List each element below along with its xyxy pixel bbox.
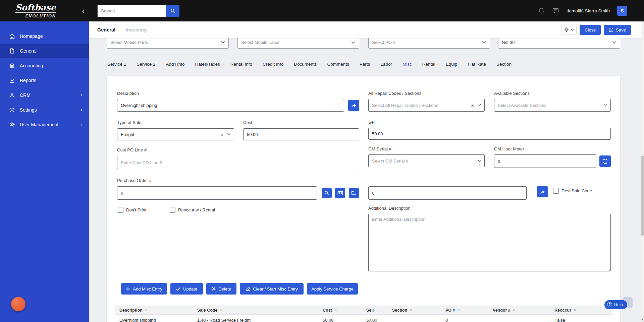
- col-header-vendor[interactable]: Vendor #↑↓: [488, 308, 550, 313]
- gm-serial-select[interactable]: Select GM Serial #: [368, 154, 485, 167]
- chat-beacon-button[interactable]: [11, 297, 25, 311]
- sort-icon[interactable]: ↑↓: [145, 308, 147, 312]
- secondary-po-input[interactable]: [368, 186, 527, 200]
- sell-input[interactable]: [368, 128, 611, 140]
- chevron-right-icon: [79, 108, 84, 112]
- sidebar-item-crm[interactable]: CRM: [0, 88, 89, 103]
- main-content: Select Mobile Parts Select Mobile Labor …: [89, 21, 644, 322]
- sidebar-item-user-management[interactable]: User Management: [0, 117, 89, 132]
- sidebar-item-general[interactable]: General: [0, 44, 89, 58]
- sidebar-collapse-icon[interactable]: ‹: [82, 6, 85, 15]
- col-label: Sell: [366, 308, 374, 313]
- purchase-order-input[interactable]: [117, 186, 317, 200]
- checkbox-box[interactable]: [170, 207, 175, 213]
- forward-po-button[interactable]: [537, 186, 548, 197]
- refresh-hour-meter-button[interactable]: [599, 155, 611, 167]
- type-of-sale-select[interactable]: Freight ×: [117, 128, 234, 140]
- table-row[interactable]: Overnight shipping 1.40 - Road Service F…: [115, 315, 612, 322]
- tab-invoicing[interactable]: Invoicing: [125, 27, 147, 33]
- tab-credit-info[interactable]: Credit Info: [263, 62, 283, 70]
- delete-button[interactable]: Delete: [206, 283, 236, 295]
- contact-card-icon: [337, 190, 343, 196]
- tab-comments[interactable]: Comments: [327, 62, 349, 70]
- col-header-sell[interactable]: Sell↑↓: [362, 308, 387, 313]
- add-misc-entry-button[interactable]: Add Misc Entry: [121, 283, 167, 295]
- search-button[interactable]: [166, 5, 179, 17]
- tab-flat-rate[interactable]: Flat Rate: [468, 62, 486, 70]
- tab-parts[interactable]: Parts: [360, 62, 370, 70]
- notifications-bell-icon[interactable]: [538, 7, 545, 14]
- col-header-po[interactable]: PO #↑↓: [441, 308, 488, 313]
- settings-dropdown-button[interactable]: [561, 25, 577, 35]
- tab-general[interactable]: General: [97, 27, 115, 33]
- col-header-section[interactable]: Section↑↓: [387, 308, 441, 313]
- gm-hour-meter-label: GM Hour Meter: [494, 146, 524, 151]
- sort-icon[interactable]: ↑↓: [334, 308, 336, 312]
- tab-section[interactable]: Section: [496, 62, 512, 70]
- checkbox-box[interactable]: [553, 188, 559, 194]
- sort-icon[interactable]: ↑↓: [376, 308, 378, 312]
- tab-rental-info[interactable]: Rental Info: [230, 62, 252, 70]
- apply-service-charge-button[interactable]: Apply Service Charge: [307, 283, 358, 295]
- dont-print-checkbox[interactable]: Don't Print: [118, 207, 146, 213]
- col-header-description[interactable]: Description↑↓: [115, 308, 193, 313]
- forward-description-button[interactable]: [348, 100, 359, 111]
- tab-equip[interactable]: Equip: [446, 62, 458, 70]
- help-button[interactable]: ? Help: [604, 300, 627, 309]
- cust-po-line-input[interactable]: [117, 156, 359, 169]
- col-header-cost[interactable]: Cost↑↓: [318, 308, 362, 313]
- col-header-sale-code[interactable]: Sale Code↑↓: [193, 308, 318, 313]
- col-header-reoccur[interactable]: Reoccur↑↓: [550, 308, 612, 313]
- sort-icon[interactable]: ↑↓: [458, 308, 460, 312]
- po-search-button[interactable]: [322, 188, 332, 198]
- save-button[interactable]: Save: [604, 25, 631, 35]
- tab-rates-taxes[interactable]: Rates/Taxes: [195, 62, 220, 70]
- sort-icon[interactable]: ↑↓: [220, 308, 222, 312]
- close-button[interactable]: Close: [580, 25, 601, 35]
- sort-icon[interactable]: ↑↓: [513, 308, 515, 312]
- vertical-scrollbar[interactable]: [641, 21, 644, 322]
- misc-action-buttons: Add Misc Entry Update Delete Clear / Sta…: [121, 283, 358, 295]
- avatar[interactable]: S: [617, 6, 627, 16]
- sidebar-item-settings[interactable]: Settings: [0, 103, 89, 117]
- chart-icon: [9, 77, 15, 83]
- user-name: demolift\ Sierra Smith: [567, 8, 610, 13]
- update-button[interactable]: Update: [170, 283, 203, 295]
- clear-misc-entry-button[interactable]: Clear / Start Misc Entry: [240, 283, 304, 295]
- dest-sale-code-checkbox[interactable]: Dest Sale Code: [553, 188, 592, 194]
- tab-addl-info[interactable]: Add'l Info: [166, 62, 185, 70]
- sort-icon[interactable]: ↑↓: [410, 308, 412, 312]
- tab-documents[interactable]: Documents: [294, 62, 317, 70]
- sidebar-item-label: CRM: [20, 92, 75, 98]
- sort-icon[interactable]: ↑↓: [574, 308, 576, 312]
- checkbox-box[interactable]: [118, 207, 123, 213]
- description-input[interactable]: [117, 99, 344, 112]
- dest-sale-code-label: Dest Sale Code: [561, 188, 592, 193]
- sidebar-item-accounting[interactable]: Accounting: [0, 58, 89, 73]
- col-label: Cost: [323, 308, 332, 313]
- reoccur-rental-checkbox[interactable]: Reoccur w / Rental: [170, 207, 215, 213]
- tab-labor[interactable]: Labor: [380, 62, 392, 70]
- clear-misc-entry-label: Clear / Start Misc Entry: [253, 286, 298, 292]
- po-contact-card-button[interactable]: [335, 188, 345, 198]
- sidebar-item-label: Accounting: [20, 63, 84, 68]
- sidebar-item-reports[interactable]: Reports: [0, 73, 89, 88]
- sidebar-item-label: Reports: [20, 78, 84, 83]
- scrollbar-thumb[interactable]: [641, 155, 644, 236]
- tab-misc[interactable]: Misc: [402, 62, 412, 70]
- po-folder-button[interactable]: [349, 188, 359, 198]
- messages-icon[interactable]: [552, 7, 559, 14]
- cost-input[interactable]: [243, 128, 359, 140]
- scrollbar-down-button[interactable]: [641, 317, 644, 322]
- available-sections-select[interactable]: Select Available Sections: [494, 99, 611, 112]
- sidebar-item-homepage[interactable]: Homepage: [0, 29, 89, 44]
- tab-rental[interactable]: Rental: [422, 62, 435, 70]
- gm-hour-meter-input[interactable]: [494, 154, 596, 168]
- repair-codes-select[interactable]: Select All Repair Codes / Sections ×: [368, 99, 485, 112]
- additional-description-textarea[interactable]: [368, 214, 611, 271]
- clear-selection-icon[interactable]: ×: [218, 132, 226, 137]
- search-input[interactable]: [97, 5, 166, 17]
- tab-service-2[interactable]: Service 2: [137, 62, 155, 70]
- clear-selection-icon[interactable]: ×: [469, 103, 476, 108]
- tab-service-1[interactable]: Service 1: [107, 62, 126, 70]
